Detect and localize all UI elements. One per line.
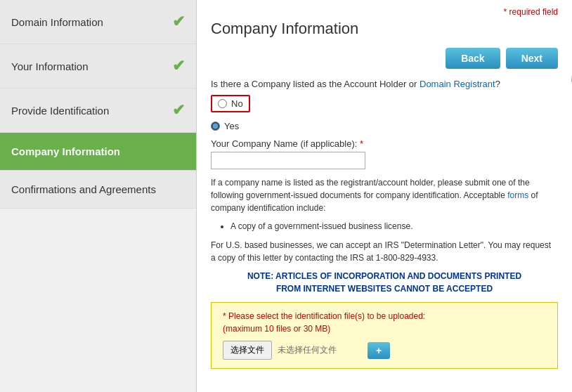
required-field-note: * required field <box>211 7 558 17</box>
question-text: Is there a Company listed as the Account… <box>211 79 558 89</box>
radio-group: No Yes <box>211 95 558 131</box>
upload-label: * Please select the identification file(… <box>223 311 546 321</box>
sidebar-item-provide-identification[interactable]: Provide Identification ✔ <box>0 89 196 133</box>
bullet-list: A copy of a government-issued business l… <box>230 220 558 233</box>
radio-yes-label: Yes <box>224 121 239 131</box>
company-name-input[interactable] <box>211 152 365 169</box>
sidebar-item-label: Company Information <box>11 145 120 157</box>
upload-sublabel: (maximum 10 files or 30 MB) <box>223 324 546 334</box>
radio-option-yes: Yes <box>211 121 558 131</box>
page-title: Company Information <box>211 20 558 38</box>
radio-yes[interactable] <box>211 122 220 131</box>
forms-link[interactable]: forms <box>507 190 528 200</box>
sidebar-item-label: Confirmations and Agreements <box>11 183 156 195</box>
sidebar-item-your-information[interactable]: Your Information ✔ <box>0 44 196 89</box>
bullet-item: A copy of a government-issued business l… <box>230 220 558 233</box>
note-text: NOTE: ARTICLES OF INCORPORATION AND DOCU… <box>211 270 558 295</box>
sidebar-item-label: Provide Identification <box>11 105 109 117</box>
add-file-button[interactable]: + <box>368 342 390 359</box>
domain-registrant-link[interactable]: Domain Registrant <box>420 79 495 89</box>
next-button[interactable]: Next <box>506 48 558 69</box>
sidebar-item-label: Your Information <box>11 60 89 72</box>
choose-file-button[interactable]: 选择文件 <box>223 341 272 360</box>
sidebar-item-domain-information[interactable]: Domain Information ✔ <box>0 0 196 44</box>
sidebar-item-label: Domain Information <box>11 16 103 28</box>
back-button[interactable]: Back <box>446 48 500 69</box>
main-content: * required field Company Information Bac… <box>197 0 572 392</box>
file-name-display: 未选择任何文件 <box>278 344 362 356</box>
upload-row: 选择文件 未选择任何文件 + <box>223 341 546 360</box>
radio-no-label: No <box>231 98 243 109</box>
irs-paragraph: For U.S. based businesses, we can accept… <box>211 239 558 264</box>
upload-box: * Please select the identification file(… <box>211 302 558 369</box>
button-row: Back Next <box>211 48 558 69</box>
radio-option-no: No <box>211 95 250 112</box>
company-name-label: Your Company Name (if applicable): * <box>211 138 558 149</box>
info-paragraph: If a company name is listed as the regis… <box>211 176 558 214</box>
sidebar: Domain Information ✔ Your Information ✔ … <box>0 0 197 392</box>
radio-no[interactable] <box>218 99 227 108</box>
checkmark-icon: ✔ <box>172 13 185 31</box>
checkmark-icon: ✔ <box>172 101 185 119</box>
sidebar-item-company-information[interactable]: Company Information <box>0 133 196 171</box>
checkmark-icon: ✔ <box>172 57 185 75</box>
sidebar-item-confirmations-agreements[interactable]: Confirmations and Agreements <box>0 171 196 209</box>
